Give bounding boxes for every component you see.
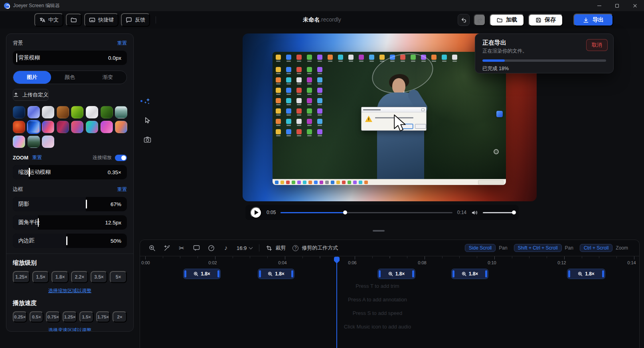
auto-zoom-button[interactable] (163, 244, 171, 252)
minimize-button[interactable] (590, 0, 608, 11)
zoom-level-1.8x[interactable]: 1.8× (51, 271, 69, 283)
slider-marker[interactable] (16, 53, 18, 62)
speed-0.75x[interactable]: 0.75× (46, 311, 60, 322)
annotation-tool-button[interactable] (192, 244, 200, 252)
background-thumb-selected[interactable] (28, 121, 40, 133)
timeline-zoom-tool-button[interactable] (148, 244, 156, 252)
background-thumb[interactable] (13, 121, 25, 133)
volume-slider[interactable] (483, 212, 514, 213)
background-thumb[interactable] (71, 121, 83, 133)
shortcut-badge: Shift + Ctrl + Scroll (514, 244, 562, 252)
speed-1.5x[interactable]: 1.5× (79, 311, 94, 322)
slider-marker[interactable] (86, 200, 87, 208)
zoom-level-3.5x[interactable]: 3.5× (91, 271, 108, 283)
language-button[interactable]: 中文 (34, 13, 63, 27)
zoom-level-1.25x[interactable]: 1.25× (13, 271, 30, 283)
background-thumb[interactable] (28, 136, 40, 148)
zoom-segment[interactable]: 1.8× (377, 269, 415, 279)
music-tool-button[interactable]: ♪ (222, 244, 230, 252)
slider-marker[interactable] (29, 168, 30, 177)
load-button[interactable]: 加载 (490, 14, 524, 26)
upload-custom-button[interactable]: 上传自定义 (13, 89, 49, 101)
camera-tool-button[interactable] (142, 135, 152, 144)
speaker-icon[interactable] (471, 210, 478, 216)
active-dot (140, 100, 142, 102)
shadow-slider[interactable]: 阴影 67% (13, 197, 127, 211)
zoom-motion-blur-slider[interactable]: 缩放运动模糊 0.35× (13, 165, 127, 179)
border-section-title: 边框 (13, 186, 23, 193)
speed-1.75x[interactable]: 1.75× (96, 311, 111, 322)
crop-button[interactable]: 裁剪 (266, 244, 286, 252)
zoom-level-2.2x[interactable]: 2.2× (71, 271, 88, 283)
open-project-button[interactable] (66, 14, 82, 26)
background-thumb[interactable] (86, 106, 98, 118)
background-thumb[interactable] (115, 106, 127, 118)
background-thumb[interactable] (115, 121, 127, 133)
background-thumb[interactable] (57, 106, 69, 118)
tab-image[interactable]: 图片 (13, 71, 51, 84)
tab-color[interactable]: 颜色 (51, 71, 89, 84)
tab-gradient[interactable]: 渐变 (89, 71, 126, 84)
trim-help-button[interactable]: ? 修剪的工作方式 (292, 244, 338, 252)
zoom-segment[interactable]: 1.8× (451, 269, 488, 279)
auto-zoom-tool-button[interactable] (142, 96, 152, 106)
background-thumb[interactable] (42, 106, 54, 118)
close-button[interactable] (626, 0, 644, 11)
background-thumb[interactable] (13, 136, 25, 148)
timeline-ruler[interactable]: 0:00 0:02 0:04 0:06 0:08 0:10 0:12 0:14 (140, 256, 639, 268)
select-zoom-region-link[interactable]: 选择缩放区域以调整 (13, 287, 127, 294)
background-thumb[interactable] (28, 106, 40, 118)
zoom-track: 1.8× 1.8× 1.8× 1.8× 1.8× (140, 268, 639, 281)
corner-radius-slider[interactable]: 圆角半径 12.5px (13, 215, 127, 230)
volume-thumb[interactable] (512, 210, 516, 214)
aspect-ratio-dropdown[interactable]: 16:9 (237, 245, 252, 251)
background-thumb[interactable] (42, 121, 54, 133)
play-button[interactable] (250, 207, 262, 218)
slider-marker[interactable] (66, 236, 67, 245)
background-thumb[interactable] (57, 121, 69, 133)
shortcuts-button[interactable]: 快捷键 (84, 13, 119, 27)
cut-tool-button[interactable]: ✂ (178, 244, 186, 252)
playhead[interactable] (336, 257, 337, 348)
background-thumb[interactable] (13, 106, 25, 118)
border-reset-link[interactable]: 重置 (117, 186, 127, 193)
cursor-tool-button[interactable] (142, 116, 152, 125)
speed-0.25x[interactable]: 0.25× (13, 311, 27, 322)
zoom-segment[interactable]: 1.8× (183, 269, 221, 279)
save-button[interactable]: 保存 (528, 14, 563, 26)
seek-fill (281, 212, 345, 213)
background-thumb[interactable] (71, 106, 83, 118)
select-speed-region-link[interactable]: 选择变速区域以调整 (13, 327, 127, 332)
zoom-level-5x[interactable]: 5× (110, 271, 127, 283)
background-section-title: 背景 (13, 39, 23, 47)
background-blur-slider[interactable]: 背景模糊 0.0px (13, 51, 127, 65)
export-button[interactable]: 导出 (573, 14, 613, 26)
speed-2x[interactable]: 2× (113, 311, 127, 322)
background-thumb[interactable] (86, 121, 98, 133)
maximize-button[interactable] (608, 0, 626, 11)
magnifier-plus-icon (149, 245, 156, 252)
padding-slider[interactable]: 内边距 50% (13, 234, 127, 248)
panel-resize-handle[interactable] (373, 230, 385, 232)
zoom-level-1.5x[interactable]: 1.5× (32, 271, 49, 283)
background-thumb[interactable] (101, 121, 113, 133)
keyboard-icon (89, 17, 95, 23)
speed-tool-button[interactable] (207, 244, 215, 252)
feedback-button[interactable]: 反馈 (121, 13, 150, 27)
seek-slider[interactable] (281, 212, 452, 213)
undo-button[interactable] (458, 14, 470, 26)
zoom-reset-link[interactable]: 重置 (32, 154, 42, 161)
zoom-segment[interactable]: 1.8× (258, 269, 294, 279)
cancel-export-button[interactable]: 取消 (586, 39, 608, 51)
hint-add-speed: Press S to add speed (308, 310, 447, 316)
speed-1.25x[interactable]: 1.25× (63, 311, 77, 322)
background-thumb[interactable] (101, 106, 113, 118)
speed-0.5x[interactable]: 0.5× (30, 311, 44, 322)
background-thumb[interactable] (42, 136, 54, 148)
zoom-segment[interactable]: 1.8× (567, 269, 605, 279)
seek-thumb[interactable] (343, 210, 347, 214)
hint-add-annotation: Press A to add annotation (308, 297, 447, 303)
redo-button[interactable] (474, 14, 486, 26)
background-reset-link[interactable]: 重置 (117, 40, 127, 47)
link-zoom-toggle[interactable] (115, 155, 127, 161)
